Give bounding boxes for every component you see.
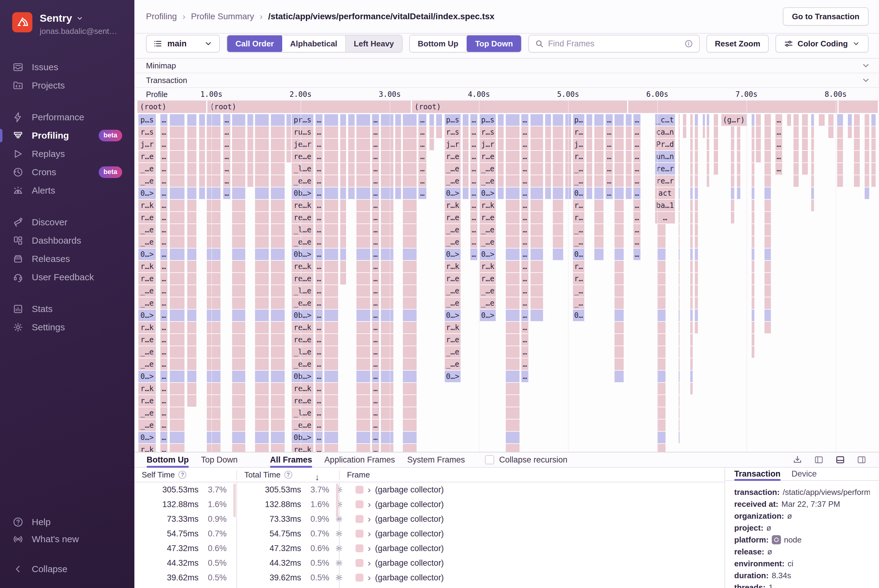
svg-text:r…s: r…s <box>446 128 459 136</box>
chevron-down-icon <box>76 14 84 22</box>
svg-text:…: … <box>523 213 527 222</box>
svg-text:_…: _… <box>574 299 583 308</box>
table-row[interactable]: 305.53ms3.7%305.53ms3.7%›(garbage collec… <box>134 482 724 497</box>
svg-text:…: … <box>373 116 377 124</box>
svg-text:_…: _… <box>574 165 583 173</box>
table-row[interactable]: 132.88ms1.6%132.88ms1.6%›(garbage collec… <box>134 497 724 512</box>
expand-chevron-icon[interactable]: › <box>368 529 371 538</box>
collapse-recursion-checkbox[interactable] <box>485 455 494 464</box>
frame-name[interactable]: (garbage collector) <box>375 500 444 509</box>
tab-all-frames[interactable]: All Frames <box>270 453 312 467</box>
total-time-pct: 0.9% <box>301 514 329 524</box>
tab-system-frames[interactable]: System Frames <box>407 453 465 467</box>
svg-text:…: … <box>420 189 425 198</box>
sidebar-item-user-feedback[interactable]: User Feedback <box>0 268 134 286</box>
sort-desc-icon[interactable]: ↓ <box>315 472 320 482</box>
svg-text:…: … <box>420 177 425 185</box>
sidebar-item-what-s-new[interactable]: What's new <box>0 531 134 548</box>
direction-bottom-up[interactable]: Bottom Up <box>410 35 467 52</box>
svg-text:…: … <box>162 348 166 356</box>
sidebar-item-projects[interactable]: Projects <box>0 76 134 94</box>
self-time-value: 47.32ms <box>134 544 198 553</box>
svg-text:…: … <box>777 116 781 124</box>
layout-right-icon[interactable] <box>856 454 867 465</box>
sidebar-item-releases[interactable]: Releases <box>0 250 134 268</box>
self-time-header[interactable]: Self Time <box>142 470 175 480</box>
layout-left-icon[interactable] <box>814 454 824 465</box>
sidebar-item-dashboards[interactable]: Dashboards <box>0 231 134 250</box>
frame-name[interactable]: (garbage collector) <box>375 529 444 538</box>
details-tab-transaction[interactable]: Transaction <box>734 468 781 480</box>
sidebar-item-replays[interactable]: Replays <box>0 145 134 163</box>
expand-chevron-icon[interactable]: › <box>368 500 371 509</box>
mini-scrollbar[interactable] <box>233 484 236 517</box>
sidebar-item-settings[interactable]: Settings <box>0 318 134 336</box>
nav-group: DiscoverDashboardsReleasesUser Feedback <box>0 213 134 286</box>
total-time-header[interactable]: Total Time <box>244 470 281 480</box>
frame-header[interactable]: Frame <box>347 470 370 480</box>
flamegraph[interactable]: (root)(root)(root)……………p…sr…sj…rr…e_…e_…… <box>134 101 879 452</box>
svg-text:r…e: r…e <box>481 213 494 222</box>
reset-zoom-button[interactable]: Reset Zoom <box>706 35 769 52</box>
table-row[interactable]: 44.32ms0.5%44.32ms0.5%›(garbage collecto… <box>134 556 724 570</box>
help-icon <box>12 516 24 528</box>
sort-alphabetical[interactable]: Alphabetical <box>282 35 346 52</box>
sidebar-item-alerts[interactable]: Alerts <box>0 182 134 200</box>
sidebar-item-help[interactable]: Help <box>0 513 134 531</box>
go-to-transaction-button[interactable]: Go to Transaction <box>783 8 868 26</box>
sidebar-item-stats[interactable]: Stats <box>0 300 134 318</box>
transaction-section-header[interactable]: Transaction <box>134 73 879 88</box>
direction-top-down[interactable]: Top Down <box>467 35 521 52</box>
sidebar-item-profiling[interactable]: Profilingbeta <box>0 126 134 145</box>
breadcrumb-profiling[interactable]: Profiling <box>146 12 177 21</box>
expand-chevron-icon[interactable]: › <box>368 558 371 567</box>
svg-text:_…e: _…e <box>140 360 153 369</box>
tab-top-down[interactable]: Top Down <box>201 453 237 467</box>
svg-text:0…>: 0…> <box>481 250 494 259</box>
tab-application-frames[interactable]: Application Frames <box>325 453 395 467</box>
mini-scrollbar[interactable] <box>336 484 338 517</box>
expand-chevron-icon[interactable]: › <box>368 573 371 582</box>
org-switcher[interactable]: Sentry jonas.badalic@sent… <box>0 0 134 45</box>
sidebar-item-discover[interactable]: Discover <box>0 213 134 231</box>
expand-chevron-icon[interactable]: › <box>368 485 371 494</box>
svg-text:0…>: 0…> <box>481 189 494 198</box>
time-axis: Profile 1.00s2.00s3.00s4.00s5.00s6.00s7.… <box>134 88 879 101</box>
sort-left-heavy[interactable]: Left Heavy <box>346 35 402 52</box>
svg-text:0…>: 0…> <box>446 189 459 198</box>
color-coding-button[interactable]: Color Coding <box>775 35 868 52</box>
table-row[interactable]: 47.32ms0.6%47.32ms0.6%›(garbage collecto… <box>134 541 724 556</box>
tab-bottom-up[interactable]: Bottom Up <box>147 453 189 467</box>
svg-text:…: … <box>420 165 425 173</box>
svg-text:…: … <box>373 323 377 332</box>
table-row[interactable]: 73.33ms0.9%73.33ms0.9%›(garbage collecto… <box>134 512 724 526</box>
sort-call-order[interactable]: Call Order <box>227 35 282 52</box>
frame-name[interactable]: (garbage collector) <box>375 514 444 524</box>
download-icon[interactable] <box>792 454 802 465</box>
search-input[interactable] <box>548 39 680 48</box>
sidebar-item-crons[interactable]: Cronsbeta <box>0 163 134 182</box>
minimap-section-header[interactable]: Minimap <box>134 58 879 73</box>
expand-chevron-icon[interactable]: › <box>368 514 371 524</box>
frame-name[interactable]: (garbage collector) <box>375 558 444 568</box>
expand-chevron-icon[interactable]: › <box>368 544 371 553</box>
svg-text:re…k: re…k <box>294 201 311 210</box>
thread-select[interactable]: main <box>146 35 220 52</box>
svg-text:…: … <box>162 177 166 185</box>
frame-name[interactable]: (garbage collector) <box>375 485 444 495</box>
breadcrumb-profile-summary[interactable]: Profile Summary <box>191 12 254 21</box>
sidebar-item-collapse[interactable]: Collapse <box>0 561 134 578</box>
frame-name[interactable]: (garbage collector) <box>375 573 444 582</box>
svg-text:…: … <box>373 311 377 320</box>
layout-bottom-icon[interactable] <box>835 454 845 465</box>
sidebar-item-issues[interactable]: Issues <box>0 58 134 76</box>
table-row[interactable]: 39.62ms0.5%39.62ms0.5%›(garbage collecto… <box>134 570 724 585</box>
frame-name[interactable]: (garbage collector) <box>375 544 444 553</box>
details-tab-device[interactable]: Device <box>792 468 817 480</box>
svg-text:_…e: _…e <box>446 165 459 173</box>
svg-text:r…k: r…k <box>481 201 494 210</box>
svg-text:…: … <box>472 116 476 124</box>
sidebar-item-performance[interactable]: Performance <box>0 108 134 126</box>
svg-text:r…: r… <box>574 201 583 210</box>
table-row[interactable]: 54.75ms0.7%54.75ms0.7%›(garbage collecto… <box>134 526 724 541</box>
